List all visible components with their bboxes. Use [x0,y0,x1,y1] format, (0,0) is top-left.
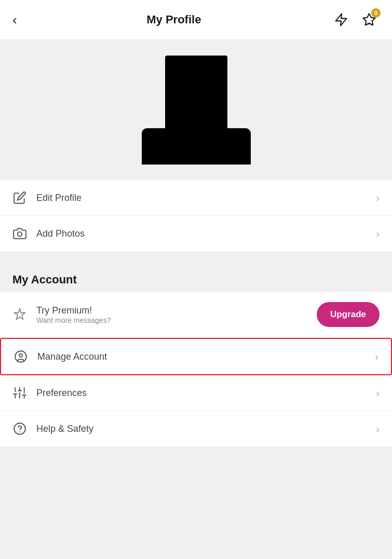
sparkle-svg [12,307,27,322]
svg-point-2 [18,232,22,237]
edit-profile-left: Edit Profile [12,190,82,205]
edit-profile-item[interactable]: Edit Profile › [0,180,392,216]
header-right: 0 [331,9,380,30]
pencil-icon [12,190,27,205]
avatar-silhouette [142,56,251,165]
help-safety-chevron: › [376,423,380,435]
header: ‹ My Profile 0 [0,0,392,40]
add-photos-left: Add Photos [12,226,85,241]
back-button[interactable]: ‹ [12,13,17,26]
user-circle-icon [13,349,28,364]
profile-actions-card: Edit Profile › Add Photos › [0,180,392,251]
user-circle-svg [14,350,28,363]
help-safety-left: Help & Safety [12,421,93,436]
preferences-chevron: › [376,387,380,399]
help-circle-icon [12,421,27,436]
help-safety-label: Help & Safety [36,424,93,434]
premium-banner: Try Premium! Want more messages? Upgrade [0,292,392,338]
flash-icon-button[interactable] [331,9,352,30]
upgrade-button[interactable]: Upgrade [317,302,380,327]
premium-title: Try Premium! [36,305,111,316]
svg-point-4 [19,354,23,358]
silhouette-head [165,56,227,128]
preferences-left: Preferences [12,386,87,400]
manage-account-chevron: › [375,351,379,363]
sliders-svg [13,386,26,400]
favorites-icon-button[interactable]: 0 [359,9,380,30]
account-section-card: Try Premium! Want more messages? Upgrade… [0,292,392,446]
edit-profile-chevron: › [376,192,380,204]
flash-icon [334,12,348,27]
page-title: My Profile [146,13,201,26]
premium-text-block: Try Premium! Want more messages? [36,305,111,324]
silhouette-shoulders [142,128,251,165]
sliders-icon [12,386,27,400]
edit-profile-label: Edit Profile [36,193,82,203]
my-account-title: My Account [12,273,77,286]
header-left: ‹ [12,13,17,26]
section-separator [0,257,392,264]
help-safety-item[interactable]: Help & Safety › [0,411,392,446]
svg-point-3 [15,351,26,362]
add-photos-item[interactable]: Add Photos › [0,216,392,251]
svg-marker-0 [336,13,347,25]
my-account-section-header: My Account [0,264,392,292]
preferences-item[interactable]: Preferences › [0,375,392,411]
manage-account-item[interactable]: Manage Account › [0,338,392,375]
pencil-svg [13,191,26,204]
svg-point-14 [14,423,25,434]
add-photos-label: Add Photos [36,228,85,239]
manage-account-left: Manage Account [13,349,107,364]
avatar [144,61,248,165]
camera-icon [12,226,27,241]
manage-account-label: Manage Account [37,351,107,362]
help-circle-svg [13,422,26,435]
preferences-label: Preferences [36,388,87,399]
sparkle-icon [12,307,27,322]
premium-subtitle: Want more messages? [36,316,111,324]
notification-badge: 0 [371,8,381,18]
add-photos-chevron: › [376,228,380,240]
avatar-section [0,40,392,180]
premium-left: Try Premium! Want more messages? [12,305,111,324]
camera-svg [13,227,26,240]
